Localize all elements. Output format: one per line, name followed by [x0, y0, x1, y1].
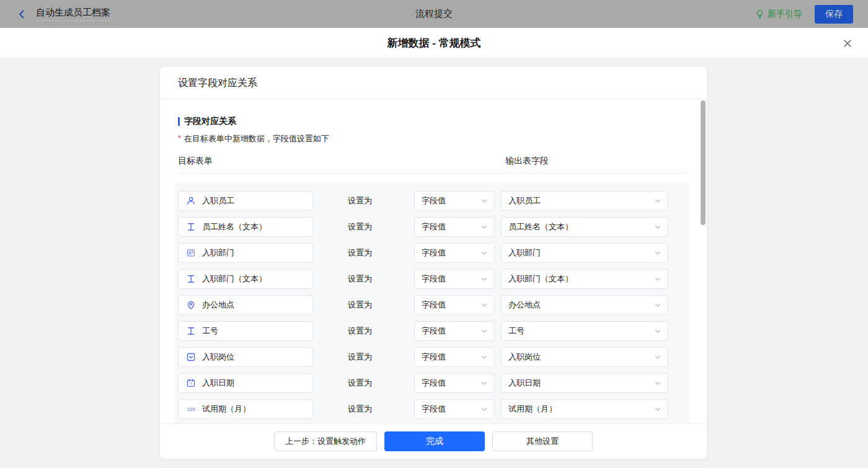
set-as-label: 设置为 — [348, 247, 373, 258]
value-type-select[interactable]: 字段值 — [414, 321, 495, 341]
output-field-select[interactable]: 试用期（月） — [501, 399, 668, 419]
close-icon[interactable] — [843, 38, 852, 48]
output-field-select[interactable]: 办公地点 — [501, 295, 668, 315]
col-header-target-form: 目标表单 — [178, 156, 213, 166]
target-field-box: 7 入职日期 — [178, 373, 313, 393]
set-as-label: 设置为 — [348, 404, 373, 415]
app-topbar: 自动生成员工档案 流程提交 新手引导 保存 — [0, 0, 868, 28]
target-field-box: 入职部门 — [178, 243, 313, 263]
svg-text:7: 7 — [190, 382, 192, 386]
value-type-select[interactable]: 字段值 — [414, 347, 495, 367]
value-type-select[interactable]: 字段值 — [414, 295, 495, 315]
chevron-down-icon — [654, 197, 662, 205]
chevron-down-icon — [480, 379, 488, 387]
department-icon — [185, 248, 197, 258]
guide-label: 新手引导 — [768, 9, 802, 20]
field-mapping-row: 入职部门 设置为 字段值 入职部门 — [178, 243, 689, 263]
value-type-select[interactable]: 字段值 — [414, 191, 495, 211]
target-field-box: 办公地点 — [178, 295, 313, 315]
output-field-select[interactable]: 入职部门 — [501, 243, 668, 263]
section-head: 字段对应关系 — [178, 116, 689, 127]
value-type-select[interactable]: 字段值 — [414, 399, 495, 419]
set-as-label: 设置为 — [348, 299, 373, 311]
chevron-down-icon — [654, 353, 662, 361]
text-icon — [185, 222, 197, 232]
other-settings-button[interactable]: 其他设置 — [492, 431, 593, 451]
column-headers: 目标表单 输出表字段 — [178, 156, 688, 174]
output-field-select[interactable]: 员工姓名（文本） — [501, 217, 668, 237]
output-field-select[interactable]: 工号 — [501, 321, 668, 341]
chevron-down-icon — [654, 249, 662, 257]
back-icon[interactable] — [17, 9, 27, 19]
set-as-label: 设置为 — [348, 325, 373, 337]
save-button[interactable]: 保存 — [815, 5, 853, 24]
mapping-hint: *在目标表单中新增数据，字段值设置如下 — [178, 133, 689, 144]
field-mapping-row: 员工姓名（文本） 设置为 字段值 员工姓名（文本） — [178, 217, 689, 237]
prev-step-button[interactable]: 上一步：设置触发动作 — [274, 431, 377, 451]
set-as-label: 设置为 — [348, 221, 373, 232]
mapping-rows-list: 入职员工 设置为 字段值 入职员工 员工姓名（文本） 设置为 字段值 员工姓名（… — [175, 182, 689, 430]
field-mapping-row: 入职岗位 设置为 字段值 入职岗位 — [178, 347, 689, 367]
col-header-output-fields: 输出表字段 — [505, 156, 549, 167]
field-mapping-row: 123 试用期（月） 设置为 字段值 试用期（月） — [178, 399, 689, 419]
chevron-down-icon — [654, 223, 662, 231]
date-icon: 7 — [185, 378, 197, 388]
lightbulb-icon — [755, 9, 764, 19]
target-field-box: 入职部门（文本） — [178, 269, 313, 289]
set-as-label: 设置为 — [348, 351, 373, 363]
chevron-down-icon — [480, 405, 488, 413]
value-type-select[interactable]: 字段值 — [414, 243, 495, 263]
output-field-select[interactable]: 入职员工 — [501, 191, 668, 211]
output-field-select[interactable]: 入职日期 — [501, 373, 668, 393]
chevron-down-icon — [654, 405, 662, 413]
text-icon — [185, 274, 197, 284]
output-field-select[interactable]: 入职部门（文本） — [501, 269, 668, 289]
required-asterisk: * — [178, 134, 181, 143]
modal-body: 设置字段对应关系 字段对应关系 *在目标表单中新增数据，字段值设置如下 目标表单… — [0, 58, 868, 468]
chevron-down-icon — [480, 301, 488, 309]
chevron-down-icon — [654, 379, 662, 387]
text-icon — [185, 326, 197, 336]
chevron-down-icon — [480, 223, 488, 231]
chevron-down-icon — [480, 197, 488, 205]
output-field-select[interactable]: 入职岗位 — [501, 347, 668, 367]
target-field-box: 入职岗位 — [178, 347, 313, 367]
chevron-down-icon — [480, 275, 488, 283]
chevron-down-icon — [654, 327, 662, 335]
chevron-down-icon — [480, 249, 488, 257]
svg-text:123: 123 — [187, 407, 195, 412]
set-as-label: 设置为 — [348, 195, 373, 206]
value-type-select[interactable]: 字段值 — [414, 373, 495, 393]
set-as-label: 设置为 — [348, 377, 373, 389]
value-type-select[interactable]: 字段值 — [414, 217, 495, 237]
section-title: 字段对应关系 — [184, 116, 236, 127]
field-mapping-row: 办公地点 设置为 字段值 办公地点 — [178, 295, 689, 315]
card-title: 设置字段对应关系 — [160, 67, 707, 99]
scrollbar-thumb[interactable] — [701, 100, 706, 225]
topbar-tab-process-submit: 流程提交 — [0, 8, 868, 20]
topbar-left: 自动生成员工档案 — [17, 7, 110, 21]
target-field-box: 员工姓名（文本） — [178, 217, 313, 237]
target-field-box: 工号 — [178, 321, 313, 341]
card-footer: 上一步：设置触发动作 完成 其他设置 — [160, 423, 707, 459]
chevron-down-icon — [480, 353, 488, 361]
field-mapping-row: 工号 设置为 字段值 工号 — [178, 321, 689, 341]
hint-text: 在目标表单中新增数据，字段值设置如下 — [184, 134, 329, 143]
member-icon — [185, 196, 197, 206]
target-field-box: 入职员工 — [178, 191, 313, 211]
value-type-select[interactable]: 字段值 — [414, 269, 495, 289]
field-mapping-row: 入职员工 设置为 字段值 入职员工 — [178, 191, 689, 211]
select-icon — [185, 352, 197, 362]
number-icon: 123 — [185, 404, 197, 414]
beginner-guide-link[interactable]: 新手引导 — [755, 9, 802, 20]
field-mapping-row: 7 入职日期 设置为 字段值 入职日期 — [178, 373, 689, 393]
chevron-down-icon — [654, 275, 662, 283]
modal-header: 新增数据 - 常规模式 — [0, 28, 868, 58]
field-mapping-row: 入职部门（文本） 设置为 字段值 入职部门（文本） — [178, 269, 689, 289]
flow-title[interactable]: 自动生成员工档案 — [36, 7, 110, 21]
field-mapping-card: 设置字段对应关系 字段对应关系 *在目标表单中新增数据，字段值设置如下 目标表单… — [160, 67, 707, 459]
modal-title: 新增数据 - 常规模式 — [387, 36, 480, 50]
done-button[interactable]: 完成 — [384, 431, 485, 451]
section-accent-bar — [178, 117, 180, 126]
target-field-box: 123 试用期（月） — [178, 399, 313, 419]
